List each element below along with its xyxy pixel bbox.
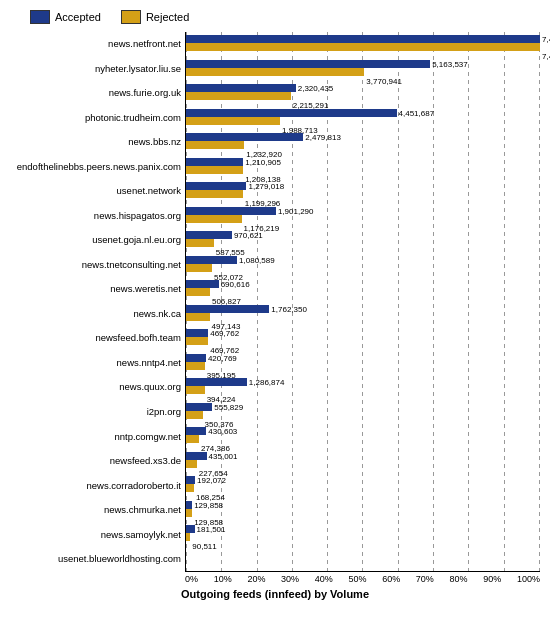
chart-area: news.netfront.netnyheter.lysator.liu.sen… (10, 32, 540, 572)
bar-accepted: 1,279,018 (186, 182, 246, 190)
y-label: usenet.blueworldhosting.com (10, 550, 181, 568)
bar-accepted: 690,616 (186, 280, 219, 288)
y-label: news.hispagatos.org (10, 207, 181, 225)
bar-row: 430,603274,386 (186, 427, 540, 445)
bar-rejected: 3,770,941 (186, 68, 364, 76)
bar-accepted-label: 469,762 (210, 329, 239, 338)
bar-accepted: 181,501 (186, 525, 195, 533)
bar-rejected: 395,195 (186, 362, 205, 370)
bar-row: 690,616506,827 (186, 280, 540, 298)
x-tick: 0% (185, 574, 198, 584)
bar-accepted-label: 690,616 (221, 280, 250, 289)
bar-row: 192,072168,254 (186, 476, 540, 494)
bar-accepted: 4,451,687 (186, 109, 397, 117)
bar-accepted-label: 420,769 (208, 354, 237, 363)
x-tick: 80% (450, 574, 468, 584)
y-label: photonic.trudheim.com (10, 109, 181, 127)
bar-accepted: 5,163,537 (186, 60, 430, 68)
bar-rejected: 506,827 (186, 288, 210, 296)
x-axis: 0%10%20%30%40%50%60%70%80%90%100% (10, 574, 540, 584)
y-label: nyheter.lysator.liu.se (10, 60, 181, 78)
bar-accepted: 2,320,435 (186, 84, 296, 92)
x-tick: 10% (214, 574, 232, 584)
rejected-legend-label: Rejected (146, 11, 189, 23)
bar-row: 1,210,9051,208,138 (186, 158, 540, 176)
x-tick: 30% (281, 574, 299, 584)
bar-accepted-label: 181,501 (197, 525, 226, 534)
bar-accepted-label: 4,451,687 (399, 109, 435, 118)
bar-accepted: 1,901,290 (186, 207, 276, 215)
bar-accepted-label: 1,279,018 (248, 182, 284, 191)
y-label: usenet.network (10, 182, 181, 200)
bar-row: 469,762469,762 (186, 329, 540, 347)
bar-row: 4,451,6871,988,713 (186, 109, 540, 127)
bar-row: 1,279,0181,199,296 (186, 182, 540, 200)
bar-accepted-label: 1,762,350 (271, 305, 307, 314)
bar-rejected: 552,072 (186, 264, 212, 272)
bar-accepted-label: 1,210,905 (245, 158, 281, 167)
bar-accepted: 1,762,350 (186, 305, 269, 313)
y-label: news.corradoroberto.it (10, 477, 181, 495)
bar-accepted: 1,286,874 (186, 378, 247, 386)
bar-accepted: 129,858 (186, 501, 192, 509)
y-label: i2pn.org (10, 403, 181, 421)
y-label: news.weretis.net (10, 281, 181, 299)
bar-row: 5,163,5373,770,941 (186, 60, 540, 78)
bar-row: 2,479,8131,232,920 (186, 133, 540, 151)
x-tick: 60% (382, 574, 400, 584)
y-label: news.samoylyk.net (10, 526, 181, 544)
bar-rejected: 394,224 (186, 386, 205, 394)
rejected-legend-box (121, 10, 141, 24)
y-label: news.netfront.net (10, 35, 181, 53)
y-label: newsfeed.xs3.de (10, 452, 181, 470)
bar-rejected: 1,232,920 (186, 141, 244, 149)
y-label: news.chmurka.net (10, 501, 181, 519)
bar-row: 1,286,874394,224 (186, 378, 540, 396)
bar-accepted-label: 970,621 (234, 231, 263, 240)
bar-accepted-label: 7,485,699 (542, 35, 550, 44)
y-label: newsfeed.bofh.team (10, 330, 181, 348)
legend-rejected: Rejected (121, 10, 189, 24)
bar-accepted: 555,829 (186, 403, 212, 411)
bar-accepted: 469,762 (186, 329, 208, 337)
bar-rejected: 497,143 (186, 313, 210, 321)
bar-row: 129,858129,858 (186, 501, 540, 519)
bar-rejected: 168,254 (186, 484, 194, 492)
y-label: endofthelinebbs.peers.news.panix.com (10, 158, 181, 176)
bar-accepted-label: 555,829 (214, 403, 243, 412)
bar-rejected: 227,654 (186, 460, 197, 468)
y-label: news.furie.org.uk (10, 84, 181, 102)
accepted-legend-label: Accepted (55, 11, 101, 23)
bar-row: 7,485,6997,485,699 (186, 35, 540, 53)
x-tick: 70% (416, 574, 434, 584)
bar-rejected: 129,858 (186, 509, 192, 517)
x-tick: 40% (315, 574, 333, 584)
x-tick: 50% (348, 574, 366, 584)
bar-rejected: 587,555 (186, 239, 214, 247)
bar-rejected: 1,176,219 (186, 215, 242, 223)
bar-accepted: 435,001 (186, 452, 207, 460)
bar-accepted-label: 435,001 (209, 452, 238, 461)
y-label: news.bbs.nz (10, 133, 181, 151)
y-label: usenet.goja.nl.eu.org (10, 232, 181, 250)
bar-row: 555,829350,376 (186, 403, 540, 421)
bar-accepted-label: 430,603 (208, 427, 237, 436)
legend-accepted: Accepted (30, 10, 101, 24)
bar-rejected: 469,762 (186, 337, 208, 345)
bar-accepted: 1,080,589 (186, 256, 237, 264)
x-tick: 100% (517, 574, 540, 584)
bar-row: 435,001227,654 (186, 452, 540, 470)
legend: Accepted Rejected (10, 10, 540, 24)
bar-accepted-label: 1,901,290 (278, 207, 314, 216)
bar-accepted-label: 5,163,537 (432, 60, 468, 69)
bar-row: 1,901,2901,176,219 (186, 207, 540, 225)
bar-rejected: 350,376 (186, 411, 203, 419)
x-tick: 20% (247, 574, 265, 584)
bar-accepted-label: 1,080,589 (239, 256, 275, 265)
bars-area: 7,485,6997,485,6995,163,5373,770,9412,32… (185, 32, 540, 572)
y-label: news.nk.ca (10, 305, 181, 323)
y-label: news.quux.org (10, 379, 181, 397)
bar-rejected: 90,511 (186, 533, 190, 541)
chart-container: Accepted Rejected news.netfront.netnyhet… (0, 0, 550, 630)
bar-accepted: 420,769 (186, 354, 206, 362)
